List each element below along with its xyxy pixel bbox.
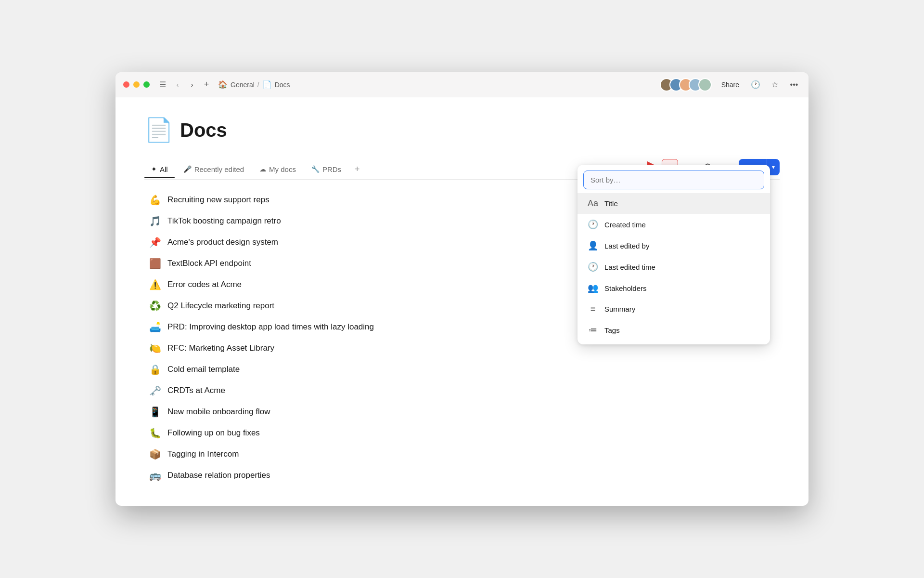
tab-all-label: All: [160, 165, 168, 173]
tab-prds-label: PRDs: [322, 165, 341, 173]
doc-item[interactable]: 🗝️CRDTs at Acme: [144, 380, 780, 401]
sort-option-label-summary: Summary: [604, 305, 635, 313]
doc-emoji: 🔒: [148, 364, 162, 375]
doc-title: Database relation properties: [167, 471, 270, 480]
doc-item[interactable]: 🔒Cold email template: [144, 359, 780, 380]
doc-emoji: 📦: [148, 448, 162, 460]
doc-title: TikTok boosting campaign retro: [167, 216, 281, 226]
sort-option-label-created-time: Created time: [604, 221, 646, 229]
doc-title: Acme's product design system: [167, 237, 278, 247]
tab-my-docs-label: My docs: [269, 165, 296, 173]
titlebar: ☰ ‹ › + 🏠 General / 📄 Docs Share 🕐 ☆ •: [116, 72, 808, 97]
doc-title: TextBlock API endpoint: [167, 259, 251, 268]
doc-emoji: 🐛: [148, 427, 162, 439]
doc-item[interactable]: 📦Tagging in Intercom: [144, 444, 780, 465]
page-title: Docs: [180, 119, 227, 141]
breadcrumb-separator: /: [257, 81, 259, 89]
doc-item[interactable]: 🐛Following up on bug fixes: [144, 422, 780, 444]
traffic-lights: [123, 81, 150, 88]
docs-page-icon: 📄: [144, 117, 173, 144]
doc-title: Cold email template: [167, 365, 240, 374]
close-button[interactable]: [123, 81, 129, 88]
sort-option-label-tags: Tags: [604, 326, 620, 334]
content-area: 📄 Docs ✦ All 🎤 Recently edited ☁ My docs…: [116, 97, 808, 506]
page-icon-small: 📄: [262, 80, 272, 89]
sort-search-container: [583, 171, 764, 189]
maximize-button[interactable]: [143, 81, 150, 88]
sort-dropdown: AaTitle🕐Created time👤Last edited by🕐Last…: [578, 165, 770, 344]
nav-controls: ‹ › +: [172, 79, 212, 91]
breadcrumb-docs[interactable]: Docs: [275, 81, 290, 89]
main-window: ☰ ‹ › + 🏠 General / 📄 Docs Share 🕐 ☆ •: [116, 72, 808, 506]
more-options-icon[interactable]: •••: [787, 78, 801, 92]
sort-option-title[interactable]: AaTitle: [578, 193, 770, 214]
sort-option-icon-summary: ≡: [587, 304, 599, 314]
sort-option-icon-last-edited-time: 🕐: [587, 262, 599, 272]
doc-title: CRDTs at Acme: [167, 386, 225, 395]
sort-search-input[interactable]: [584, 171, 764, 189]
tab-prds[interactable]: 🔧 PRDs: [305, 161, 348, 177]
add-tab-button[interactable]: +: [350, 160, 365, 178]
sort-option-icon-created-time: 🕐: [587, 219, 599, 230]
collaborator-avatars: [660, 78, 712, 92]
doc-emoji: 🛋️: [148, 321, 162, 333]
tab-prds-icon: 🔧: [311, 165, 320, 173]
doc-emoji: 📱: [148, 406, 162, 418]
sort-option-icon-stakeholders: 👥: [587, 283, 599, 293]
tab-recently-edited-icon: 🎤: [183, 165, 192, 173]
doc-title: New mobile onboarding flow: [167, 407, 270, 417]
doc-title: Tagging in Intercom: [167, 449, 239, 459]
doc-emoji: 🟫: [148, 258, 162, 269]
doc-emoji: 💪: [148, 194, 162, 206]
new-tab-button[interactable]: +: [201, 79, 212, 91]
page-header: 📄 Docs: [144, 117, 780, 144]
doc-item[interactable]: 🚌Database relation properties: [144, 465, 780, 486]
titlebar-right: Share 🕐 ☆ •••: [660, 78, 801, 92]
history-icon[interactable]: 🕐: [749, 78, 762, 92]
sort-option-label-stakeholders: Stakeholders: [604, 284, 647, 292]
avatar-5: [698, 78, 712, 92]
doc-title: Recruiting new support reps: [167, 195, 270, 205]
sort-option-last-edited-by[interactable]: 👤Last edited by: [578, 235, 770, 256]
forward-button[interactable]: ›: [186, 79, 198, 91]
sort-option-created-time[interactable]: 🕐Created time: [578, 214, 770, 235]
tab-recently-edited-label: Recently edited: [194, 165, 244, 173]
sort-option-summary[interactable]: ≡Summary: [578, 299, 770, 319]
home-icon[interactable]: 🏠: [218, 80, 228, 89]
doc-emoji: 📌: [148, 236, 162, 248]
sort-option-tags[interactable]: ≔Tags: [578, 319, 770, 341]
minimize-button[interactable]: [133, 81, 140, 88]
tab-recently-edited[interactable]: 🎤 Recently edited: [177, 161, 251, 177]
doc-title: PRD: Improving desktop app load times wi…: [167, 322, 374, 332]
doc-title: Error codes at Acme: [167, 280, 242, 289]
tab-my-docs-icon: ☁: [259, 165, 266, 173]
doc-emoji: 🚌: [148, 470, 162, 481]
tab-all[interactable]: ✦ All: [144, 161, 175, 177]
doc-title: RFC: Marketing Asset Library: [167, 343, 274, 353]
breadcrumb-general[interactable]: General: [231, 81, 255, 89]
sort-option-label-title: Title: [604, 199, 618, 208]
doc-emoji: 🎵: [148, 215, 162, 227]
doc-emoji: 🗝️: [148, 385, 162, 396]
sort-dropdown-items: AaTitle🕐Created time👤Last edited by🕐Last…: [578, 193, 770, 341]
doc-title: Q2 Lifecycle marketing report: [167, 301, 274, 311]
sort-option-icon-tags: ≔: [587, 325, 599, 335]
tab-my-docs[interactable]: ☁ My docs: [253, 161, 303, 177]
sort-option-last-edited-time[interactable]: 🕐Last edited time: [578, 256, 770, 277]
sort-option-label-last-edited-by: Last edited by: [604, 242, 649, 250]
sort-option-stakeholders[interactable]: 👥Stakeholders: [578, 277, 770, 299]
tab-all-icon: ✦: [151, 165, 157, 173]
doc-emoji: ⚠️: [148, 279, 162, 290]
doc-emoji: 🍋: [148, 342, 162, 354]
doc-emoji: ♻️: [148, 300, 162, 312]
sort-option-icon-title: Aa: [587, 198, 599, 209]
sidebar-toggle-icon[interactable]: ☰: [159, 80, 166, 89]
doc-item[interactable]: 📱New mobile onboarding flow: [144, 401, 780, 422]
star-icon[interactable]: ☆: [768, 78, 782, 92]
share-button[interactable]: Share: [718, 79, 743, 91]
back-button[interactable]: ‹: [172, 79, 183, 91]
breadcrumb: 🏠 General / 📄 Docs: [218, 80, 290, 89]
doc-title: Following up on bug fixes: [167, 428, 260, 438]
sort-option-label-last-edited-time: Last edited time: [604, 263, 655, 271]
sort-option-icon-last-edited-by: 👤: [587, 240, 599, 251]
